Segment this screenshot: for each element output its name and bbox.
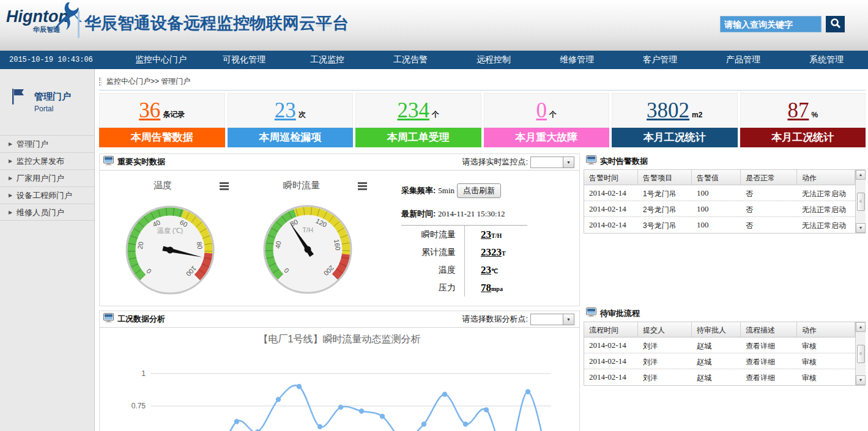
svg-text:0.75: 0.75: [132, 402, 146, 410]
stat-card-valuebox: 87%: [740, 93, 866, 128]
sidebar-item-3[interactable]: ▶设备工程师门户: [0, 186, 94, 204]
scroll-down-button[interactable]: ▼: [856, 375, 866, 385]
scroll-thumb[interactable]: ≡: [857, 345, 865, 363]
monitor-point-select[interactable]: ▼: [530, 157, 574, 168]
triangle-right-icon: ▶: [9, 153, 12, 169]
stat-card-label: 本周告警数据: [99, 128, 225, 147]
scroll-track[interactable]: ≡: [856, 332, 866, 375]
refresh-button[interactable]: 点击刷新: [457, 183, 501, 198]
metric-unit: mpa: [491, 285, 503, 292]
svg-text:T/H: T/H: [302, 226, 313, 234]
sidebar-item-2[interactable]: ▶厂家用户门户: [0, 169, 94, 186]
metric-value: 78: [481, 282, 491, 294]
main-nav: 2015-10-19 10:43:06 监控中心门户可视化管理工况监控工况告警远…: [0, 51, 868, 69]
nav-item-6[interactable]: 客户管理: [618, 54, 702, 65]
monitor-icon: [586, 308, 596, 320]
metric-unit: T/H: [491, 232, 502, 239]
search-input[interactable]: [720, 16, 822, 32]
table-cell: 无法正常启动: [797, 185, 855, 201]
sidebar-item-4[interactable]: ▶维修人员门户: [0, 204, 94, 221]
stat-card-value-link[interactable]: 234: [398, 98, 430, 123]
table-row: 2014-02-142号龙门吊100否无法正常启动: [584, 201, 855, 217]
stat-card-value-link[interactable]: 3802: [647, 98, 689, 123]
approval-table: 流程时间提交人待审批人流程描述动作2014-02-14刘洋赵城查看详细审核201…: [584, 322, 855, 385]
table-cell: 无法正常启动: [797, 201, 855, 216]
nav-item-8[interactable]: 系统管理: [785, 54, 868, 65]
table-cell: 2014-02-14: [584, 337, 638, 353]
scroll-down-button[interactable]: ▼: [856, 223, 866, 233]
nav-item-3[interactable]: 工况告警: [369, 54, 452, 65]
table-cell: 2号龙门吊: [638, 201, 692, 216]
alarm-panel: 实时告警数据 告警时间告警项目告警值是否正常动作2014-02-141号龙门吊1…: [584, 153, 866, 234]
sidebar-item-0[interactable]: ▶管理门户: [0, 135, 94, 152]
search-bar: [720, 16, 845, 32]
stat-card-value-link[interactable]: 23: [275, 98, 296, 123]
table-cell: 查看详细: [741, 337, 797, 353]
nav-item-0[interactable]: 监控中心门户: [119, 54, 202, 65]
search-button[interactable]: [826, 16, 845, 32]
gauge-temperature-menu-icon[interactable]: [220, 182, 229, 191]
gauge-flow-menu-icon[interactable]: [358, 182, 367, 191]
portal-subtitle: Portal: [34, 105, 71, 113]
sidebar-item-label: 厂家用户门户: [17, 174, 64, 183]
stat-card-label: 本月工况统计: [612, 128, 738, 147]
metric-value: 23: [481, 229, 491, 241]
stat-card-value-link[interactable]: 36: [139, 98, 160, 123]
table-cell: 否: [741, 201, 797, 216]
analysis-point-select[interactable]: ▼: [530, 314, 574, 325]
table-cell: 赵城: [692, 337, 741, 353]
stat-card-unit: %: [811, 111, 818, 119]
stat-card-valuebox: 36条记录: [99, 93, 225, 128]
stat-card-unit: 条记录: [163, 109, 185, 120]
content-area: 监控中心门户>> 管理门户 36条记录本周告警数据23次本周巡检漏项234个本周…: [95, 69, 868, 431]
portal-header: 管理门户 Portal: [10, 87, 94, 113]
table-row: 2014-02-141号龙门吊100否无法正常启动: [584, 185, 855, 201]
column-header: 告警项目: [638, 170, 692, 185]
realtime-panel: 重要实时数据 请选择实时监控点: ▼ 温度 瞬时流量 020406080100温…: [99, 153, 580, 306]
realtime-panel-title: 重要实时数据: [117, 157, 165, 168]
breadcrumb-grip-icon: [99, 78, 102, 86]
table-cell: 2014-02-14: [584, 353, 638, 369]
table-cell: 100: [692, 185, 741, 201]
table-row: 2014-02-143号龙门吊100否无法正常启动: [584, 217, 855, 233]
scroll-thumb[interactable]: ≡: [857, 193, 865, 211]
nav-item-7[interactable]: 产品管理: [702, 54, 785, 65]
header-divider: [78, 11, 80, 38]
nav-item-4[interactable]: 远程控制: [452, 54, 535, 65]
scroll-track[interactable]: ≡: [856, 180, 866, 223]
stat-card-5: 87%本月工况统计: [740, 93, 866, 147]
table-cell: 2014-02-14: [584, 185, 638, 201]
svg-text:1: 1: [141, 369, 146, 378]
stat-card-unit: 个: [432, 109, 439, 120]
table-cell: 100: [692, 201, 741, 216]
metric-unit: ℃: [491, 268, 498, 274]
flag-icon: [10, 87, 26, 113]
nav-item-2[interactable]: 工况监控: [286, 54, 369, 65]
chevron-down-icon: ▼: [563, 157, 574, 168]
table-cell: 刘洋: [638, 337, 692, 353]
flow-line-chart: 10.750.5value: [100, 346, 579, 431]
scroll-up-button[interactable]: ▲: [856, 170, 866, 180]
triangle-right-icon: ▶: [9, 170, 12, 186]
scroll-up-button[interactable]: ▲: [856, 322, 866, 332]
logo: Hignton 华辰智通: [6, 7, 80, 34]
nav-item-5[interactable]: 维修管理: [535, 54, 618, 65]
metric-value: 2323: [481, 246, 502, 259]
metric-unit: T: [502, 250, 506, 257]
approval-table-scrollbar: ▲ ≡ ▼: [855, 322, 866, 385]
sidebar-item-1[interactable]: ▶监控大屏发布: [0, 152, 94, 169]
table-row: 2014-02-14刘洋赵城查看详细审核: [584, 353, 855, 369]
breadcrumb: 监控中心门户>> 管理门户: [106, 76, 190, 87]
nav-item-1[interactable]: 可视化管理: [202, 54, 286, 65]
table-cell: 赵城: [692, 353, 741, 369]
stat-card-value-link[interactable]: 0: [536, 98, 547, 123]
column-header: 动作: [797, 322, 855, 337]
sidebar: 管理门户 Portal ▶管理门户▶监控大屏发布▶厂家用户门户▶设备工程师门户▶…: [0, 69, 95, 431]
stat-card-value-link[interactable]: 87: [787, 98, 809, 123]
svg-text:40: 40: [274, 240, 283, 249]
sidebar-item-label: 维修人员门户: [17, 208, 64, 217]
alarm-table-scrollbar: ▲ ≡ ▼: [855, 170, 866, 233]
metric-value: 23: [481, 264, 491, 276]
freq-value: 5min: [438, 186, 454, 196]
column-header: 告警时间: [584, 170, 638, 185]
